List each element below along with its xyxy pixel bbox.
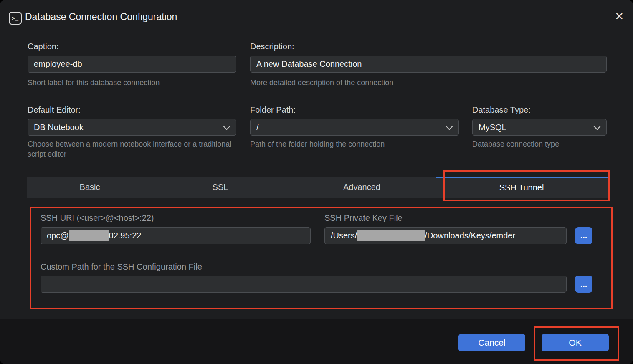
description-input[interactable] <box>250 56 607 73</box>
default-editor-help: Choose between a modern notebook interfa… <box>28 139 236 159</box>
tab-ssh-tunnel[interactable]: SSH Tunnel <box>436 177 608 198</box>
ssh-key-prefix: /Users/ <box>331 231 357 240</box>
title-bar: >_ Database Connection Configuration ✕ <box>0 0 633 36</box>
database-type-value: MySQL <box>479 123 506 132</box>
ok-button[interactable]: OK <box>542 334 609 351</box>
ssh-uri-label: SSH URI (<user>@<host>:22) <box>41 213 154 223</box>
folder-path-select[interactable]: / <box>250 119 459 136</box>
redaction-box <box>357 230 425 241</box>
caption-label: Caption: <box>28 42 59 51</box>
database-connection-dialog: >_ Database Connection Configuration ✕ C… <box>0 0 633 364</box>
caption-help: Short label for this database connection <box>28 78 160 88</box>
default-editor-select[interactable]: DB Notebook <box>28 119 236 136</box>
chevron-down-icon <box>446 123 453 130</box>
tab-advanced[interactable]: Advanced <box>288 177 436 198</box>
ssh-uri-suffix: 02.95:22 <box>109 231 142 240</box>
cancel-button[interactable]: Cancel <box>458 334 525 351</box>
default-editor-value: DB Notebook <box>34 123 84 132</box>
ssh-uri-input[interactable]: opc@02.95:22 <box>41 227 311 244</box>
custom-ssh-config-label: Custom Path for the SSH Configuration Fi… <box>41 262 202 272</box>
folder-path-help: Path of the folder holding the connectio… <box>250 139 459 149</box>
terminal-icon: >_ <box>9 12 22 25</box>
caption-input[interactable] <box>28 56 236 73</box>
footer-bar <box>0 319 633 364</box>
redaction-box <box>69 230 109 241</box>
ssh-uri-prefix: opc@ <box>47 231 69 240</box>
description-label: Description: <box>250 42 294 51</box>
database-type-select[interactable]: MySQL <box>472 119 607 136</box>
folder-path-label: Folder Path: <box>250 105 296 115</box>
description-help: More detailed description of the connect… <box>250 78 393 88</box>
browse-key-file-button[interactable]: ... <box>575 227 592 244</box>
folder-path-value: / <box>256 123 259 132</box>
database-type-label: Database Type: <box>472 105 531 115</box>
browse-config-file-button[interactable]: ... <box>575 276 592 293</box>
custom-ssh-config-input[interactable] <box>41 276 567 293</box>
ssh-private-key-label: SSH Private Key File <box>324 213 403 223</box>
default-editor-label: Default Editor: <box>28 105 81 115</box>
dialog-title: Database Connection Configuration <box>25 11 177 23</box>
chevron-down-icon <box>594 123 601 130</box>
tab-ssl[interactable]: SSL <box>152 177 288 198</box>
chevron-down-icon <box>223 123 230 130</box>
tab-basic[interactable]: Basic <box>27 177 152 198</box>
tab-bar: Basic SSL Advanced SSH Tunnel <box>27 177 608 198</box>
ssh-private-key-input[interactable]: /Users//Downloads/Keys/emder <box>324 227 567 244</box>
close-icon[interactable]: ✕ <box>615 11 624 22</box>
database-type-help: Database connection type <box>472 139 607 149</box>
ssh-key-suffix: /Downloads/Keys/emder <box>425 231 515 240</box>
